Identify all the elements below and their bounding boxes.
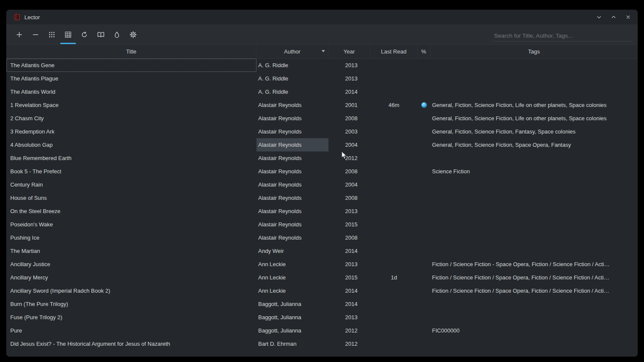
title-bar[interactable]: Lector xyxy=(6,10,638,24)
cell-title[interactable]: 4 Absolution Gap xyxy=(6,138,256,151)
cell-year[interactable]: 2014 xyxy=(328,284,370,297)
chevron-up-icon[interactable] xyxy=(610,14,617,21)
cell-percent[interactable] xyxy=(417,191,430,205)
col-header-author[interactable]: Author xyxy=(256,45,328,58)
cell-percent[interactable] xyxy=(417,72,430,85)
cell-percent[interactable] xyxy=(417,98,430,112)
delete-books-button[interactable] xyxy=(28,27,43,44)
cell-year[interactable]: 2013 xyxy=(328,59,370,72)
cell-percent[interactable] xyxy=(417,311,430,324)
cell-percent[interactable] xyxy=(417,271,430,284)
cell-year[interactable]: 2004 xyxy=(328,178,370,191)
table-row[interactable]: Blue Remembered Earth Alastair Reynolds … xyxy=(6,151,638,165)
cell-title[interactable]: On the Steel Breeze xyxy=(6,205,256,218)
cell-year[interactable]: 2008 xyxy=(328,112,370,125)
cell-percent[interactable] xyxy=(417,205,430,218)
cell-year[interactable]: 2008 xyxy=(328,191,370,205)
cell-percent[interactable] xyxy=(417,337,430,350)
table-row[interactable]: Pure Baggott, Julianna 2012 FIC000000 xyxy=(6,324,638,337)
cell-percent[interactable] xyxy=(417,112,430,125)
table-row[interactable]: Book 5 - The Prefect Alastair Reynolds 2… xyxy=(6,165,638,178)
cell-title[interactable]: Burn (The Pure Trilogy) xyxy=(6,297,256,311)
cell-tags[interactable]: Fiction / Science Fiction / Space Opera,… xyxy=(430,271,638,284)
settings-button[interactable] xyxy=(125,27,141,44)
cell-tags[interactable]: FIC000000 xyxy=(430,324,638,337)
cell-percent[interactable] xyxy=(417,151,430,165)
cell-year[interactable]: 2015 xyxy=(328,218,370,231)
cell-author[interactable]: Baggott, Julianna xyxy=(256,297,328,311)
cell-year[interactable]: 2001 xyxy=(328,98,370,112)
cell-percent[interactable] xyxy=(417,178,430,191)
cell-author[interactable]: Alastair Reynolds xyxy=(256,231,328,244)
cell-tags[interactable]: Fiction / Science Fiction - Space Opera,… xyxy=(430,258,638,271)
cell-title[interactable]: 3 Redemption Ark xyxy=(6,125,256,138)
cell-author[interactable]: Alastair Reynolds xyxy=(256,205,328,218)
table-row[interactable]: The Atlantis World A. G. Riddle 2014 xyxy=(6,85,638,98)
table-row[interactable]: On the Steel Breeze Alastair Reynolds 20… xyxy=(6,205,638,218)
cell-percent[interactable] xyxy=(417,59,430,72)
cell-tags[interactable] xyxy=(430,72,638,85)
cell-title[interactable]: Century Rain xyxy=(6,178,256,191)
table-row[interactable]: 1 Revelation Space Alastair Reynolds 200… xyxy=(6,98,638,112)
cell-author[interactable]: Alastair Reynolds xyxy=(256,98,328,112)
cell-year[interactable]: 2012 xyxy=(328,324,370,337)
cell-last-read[interactable] xyxy=(370,218,417,231)
cell-last-read[interactable] xyxy=(370,244,417,258)
cell-last-read[interactable]: 1d xyxy=(370,271,417,284)
cell-last-read[interactable] xyxy=(370,151,417,165)
cell-tags[interactable] xyxy=(430,311,638,324)
cell-tags[interactable] xyxy=(430,337,638,350)
col-header-percent[interactable]: % xyxy=(417,45,430,58)
cell-last-read[interactable] xyxy=(370,138,417,151)
col-header-year[interactable]: Year xyxy=(328,45,370,58)
table-row[interactable]: Ancillary Justice Ann Leckie 2013 Fictio… xyxy=(6,258,638,271)
cell-year[interactable]: 2014 xyxy=(328,244,370,258)
cell-author[interactable]: Alastair Reynolds xyxy=(256,165,328,178)
col-header-title[interactable]: Title xyxy=(6,45,256,58)
cell-title[interactable]: The Atlantis Gene xyxy=(6,59,256,72)
table-row[interactable]: House of Suns Alastair Reynolds 2008 xyxy=(6,191,638,205)
cell-percent[interactable] xyxy=(417,284,430,297)
cell-percent[interactable] xyxy=(417,165,430,178)
cell-tags[interactable] xyxy=(430,151,638,165)
cell-author[interactable]: Bart D. Ehrman xyxy=(256,337,328,350)
cell-tags[interactable] xyxy=(430,191,638,205)
cell-last-read[interactable] xyxy=(370,165,417,178)
cell-year[interactable]: 2013 xyxy=(328,311,370,324)
cell-percent[interactable] xyxy=(417,231,430,244)
cell-year[interactable]: 2008 xyxy=(328,165,370,178)
cell-tags[interactable] xyxy=(430,85,638,98)
cell-author[interactable]: A. G. Riddle xyxy=(256,59,328,72)
cell-last-read[interactable]: 46m xyxy=(370,98,417,112)
cell-author[interactable]: Baggott, Julianna xyxy=(256,311,328,324)
cell-last-read[interactable] xyxy=(370,284,417,297)
cell-percent[interactable] xyxy=(417,125,430,138)
table-view-button[interactable] xyxy=(60,27,76,44)
cell-percent[interactable] xyxy=(417,138,430,151)
cell-author[interactable]: Alastair Reynolds xyxy=(256,125,328,138)
cell-title[interactable]: House of Suns xyxy=(6,191,256,205)
cell-percent[interactable] xyxy=(417,324,430,337)
cell-author[interactable]: Baggott, Julianna xyxy=(256,324,328,337)
cell-author[interactable]: Alastair Reynolds xyxy=(256,218,328,231)
cell-title[interactable]: Ancillary Justice xyxy=(6,258,256,271)
close-icon[interactable] xyxy=(625,14,632,21)
cell-author[interactable]: Alastair Reynolds xyxy=(256,151,328,165)
cell-tags[interactable] xyxy=(430,218,638,231)
cell-year[interactable]: 2008 xyxy=(328,231,370,244)
table-row[interactable]: The Atlantis Plague A. G. Riddle 2013 xyxy=(6,72,638,85)
cell-title[interactable]: Pushing Ice xyxy=(6,231,256,244)
cell-year[interactable]: 2014 xyxy=(328,85,370,98)
cell-tags[interactable]: Science Fiction xyxy=(430,165,638,178)
table-row[interactable]: Poseidon's Wake Alastair Reynolds 2015 xyxy=(6,218,638,231)
cover-view-button[interactable] xyxy=(44,27,60,44)
cell-author[interactable]: A. G. Riddle xyxy=(256,85,328,98)
table-row[interactable]: Pushing Ice Alastair Reynolds 2008 xyxy=(6,231,638,244)
cell-tags[interactable]: Fiction / Science Fiction / Space Opera,… xyxy=(430,284,638,297)
cell-year[interactable]: 2012 xyxy=(328,337,370,350)
cell-year[interactable]: 2013 xyxy=(328,258,370,271)
cell-tags[interactable] xyxy=(430,59,638,72)
cell-year[interactable]: 2012 xyxy=(328,151,370,165)
cell-last-read[interactable] xyxy=(370,297,417,311)
cell-last-read[interactable] xyxy=(370,337,417,350)
